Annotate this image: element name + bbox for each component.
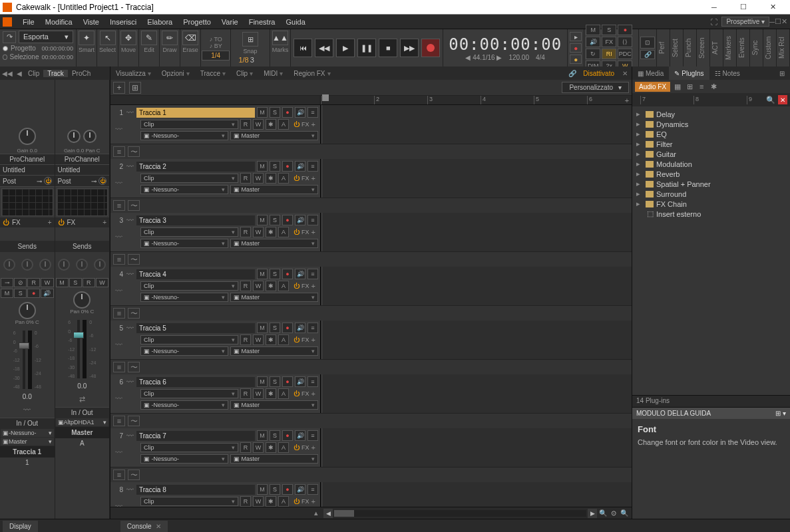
tab-more[interactable]: ⊞ — [774, 66, 790, 80]
track-lane[interactable] — [321, 159, 632, 198]
arm-button[interactable]: ● — [282, 430, 293, 441]
fx-power-icon[interactable]: ⏻ — [3, 219, 9, 226]
solo-button[interactable]: S — [270, 215, 280, 225]
expand-icon[interactable]: ▸ — [636, 110, 643, 118]
track-lane[interactable] — [321, 428, 632, 467]
note-value-1[interactable]: 1/4 — [202, 51, 230, 61]
monitor-icon[interactable]: 🔊 — [295, 323, 305, 333]
freeze-button[interactable]: ✱ — [266, 496, 276, 507]
search-icon[interactable]: 🔍 — [766, 96, 775, 104]
archive-button[interactable]: A — [278, 173, 289, 184]
track-name[interactable]: Traccia 1 — [136, 108, 255, 118]
tree-node[interactable]: ▸EQ — [635, 129, 787, 139]
input-select[interactable]: ▣ -Nessuno-▾ — [140, 293, 228, 302]
clip-select[interactable]: Clip▾ — [140, 281, 238, 291]
clip-select[interactable]: Clip▾ — [140, 335, 238, 344]
input-select[interactable]: ▣ -Nessuno-▾ — [140, 131, 228, 140]
fx-power-icon[interactable]: ⏻ — [294, 336, 299, 343]
waveform-icon[interactable]: 〰 — [0, 402, 55, 418]
eq-display[interactable] — [1, 188, 53, 216]
expand-icon[interactable]: ≡ — [307, 430, 318, 441]
arm-button[interactable]: ● — [282, 215, 293, 225]
track-name[interactable]: Traccia 8 — [136, 485, 255, 495]
tree-leaf[interactable]: ⬚ Insert esterno — [635, 209, 787, 219]
menu-inserisci[interactable]: Inserisci — [104, 18, 142, 26]
curve-icon[interactable]: ↷ — [3, 31, 16, 43]
clip-select[interactable]: Clip▾ — [140, 174, 238, 183]
ri-button[interactable]: RI — [602, 49, 616, 59]
fx-power-icon[interactable]: ⏻ — [294, 175, 299, 182]
expand-icon[interactable]: ▸ — [636, 190, 643, 198]
automation-expand[interactable]: 〜 — [128, 254, 140, 265]
preset-field[interactable]: Untitled — [0, 165, 55, 176]
input-select[interactable]: ▣ -Nessuno-▾ — [140, 239, 228, 248]
zoom-fit-icon[interactable]: ⊙ — [609, 509, 618, 518]
timecode-display[interactable]: 00:00:00:00 — [449, 35, 562, 54]
solo-button[interactable]: S — [270, 430, 280, 441]
expand-icon[interactable]: ≡ — [307, 269, 318, 279]
phase-button[interactable]: ⊸ — [1, 278, 13, 287]
freeze-button[interactable]: ✱ — [266, 281, 276, 291]
tab-proch[interactable]: ProCh — [68, 70, 95, 77]
freeze-button[interactable]: ✱ — [266, 227, 276, 237]
mute-button[interactable]: M — [257, 430, 268, 441]
audio-fx-tab[interactable]: Audio FX — [635, 82, 670, 92]
insp-left-arrow[interactable]: ◀◀ — [0, 70, 15, 77]
preset-select[interactable]: Personalizzato▾ — [562, 82, 629, 93]
sidetab-punch[interactable]: Punch — [684, 29, 697, 66]
tool-move[interactable]: ✥ — [120, 31, 136, 45]
menu-viste[interactable]: Viste — [78, 18, 104, 26]
w-button[interactable]: W — [253, 496, 264, 507]
timeline-ruler[interactable]: 123456789 — [321, 96, 622, 104]
expand-icon[interactable]: ▸ — [636, 120, 643, 128]
fx-power-icon[interactable]: ⏻ — [294, 444, 299, 451]
track-header-7[interactable]: 7 〰 Traccia 7 M S ● 🔊 ≡ 〰 Clip▾ R W ✱ A … — [110, 428, 321, 467]
arm-button[interactable]: ● — [282, 269, 293, 279]
expand-icon[interactable]: ≡ — [307, 107, 318, 118]
gain-knob[interactable] — [19, 128, 36, 145]
archive-button[interactable]: A — [278, 119, 289, 130]
fx-add[interactable]: + — [311, 282, 318, 290]
arm-button[interactable]: ● — [618, 25, 632, 35]
output-select[interactable]: ▣ Master▾ — [230, 346, 318, 356]
fx-power-icon[interactable]: ⏻ — [294, 498, 299, 505]
clip-select[interactable]: Clip▾ — [140, 227, 238, 237]
arm-button[interactable]: ● — [282, 323, 293, 333]
w-button[interactable]: W — [253, 334, 264, 345]
expand-icon[interactable]: ▸ — [636, 150, 643, 158]
monitor-icon[interactable]: 🔊 — [295, 430, 305, 441]
track-name[interactable]: Traccia 2 — [136, 162, 255, 172]
master-pan-knob[interactable] — [73, 291, 91, 309]
export-button[interactable]: Esporta▾ — [19, 31, 73, 43]
collapse-icon[interactable]: ▴ — [314, 509, 318, 517]
loop-play-icon[interactable]: ▸ — [570, 32, 582, 41]
scroll-left[interactable]: ◀ — [323, 509, 333, 518]
add-track-button[interactable]: + — [113, 82, 125, 94]
fx-power-icon[interactable]: ⏻ — [294, 229, 299, 235]
zoom-in-icon[interactable]: 🔍 — [620, 509, 629, 518]
archive-button[interactable]: A — [278, 496, 289, 507]
track-name[interactable]: Traccia 5 — [136, 323, 255, 333]
w-button[interactable]: W — [253, 173, 264, 184]
lanes-expand[interactable]: ≡ — [113, 146, 125, 157]
output-select[interactable]: ▣ Master▾ — [230, 400, 318, 410]
input-select[interactable]: ▣ -Nessuno-▾ — [140, 346, 228, 356]
sidetab-act[interactable]: ACT — [710, 29, 723, 66]
lanes-expand[interactable]: ≡ — [113, 254, 125, 265]
expand-icon[interactable]: ≡ — [307, 484, 318, 495]
tree-node[interactable]: ▸Spatial + Panner — [635, 179, 787, 189]
fx-add[interactable]: + — [311, 336, 318, 344]
search-close[interactable]: ✕ — [778, 95, 787, 104]
menu-finestra[interactable]: Finestra — [244, 18, 281, 26]
solo-button[interactable]: S — [270, 107, 280, 118]
track-lane[interactable] — [321, 482, 632, 507]
automation-expand[interactable]: 〜 — [128, 469, 140, 480]
tab-notes[interactable]: ☷ Notes — [709, 66, 745, 80]
w-button[interactable]: W — [253, 227, 264, 237]
tree-node[interactable]: ▸FX Chain — [635, 199, 787, 209]
freeze-button[interactable]: ✱ — [266, 442, 276, 453]
mute-button[interactable]: M — [257, 161, 268, 172]
perspective-select[interactable]: Prospettive ▾ — [721, 17, 769, 27]
solo-button[interactable]: S — [270, 269, 280, 279]
monitor-icon[interactable]: 🔊 — [295, 215, 305, 225]
